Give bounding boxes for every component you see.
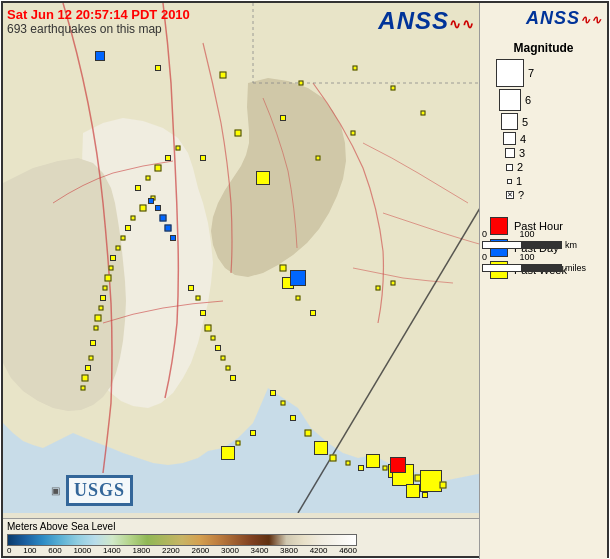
earthquake-marker bbox=[305, 430, 312, 437]
earthquake-marker bbox=[170, 235, 176, 241]
earthquake-marker bbox=[116, 246, 121, 251]
earthquake-marker bbox=[94, 326, 99, 331]
mag-3-row: 3 bbox=[496, 147, 525, 159]
earthquake-marker bbox=[165, 225, 172, 232]
legend-title: Magnitude bbox=[486, 41, 601, 55]
mag-4-label: 4 bbox=[520, 133, 526, 145]
mag-3-label: 3 bbox=[519, 147, 525, 159]
earthquake-layer bbox=[3, 3, 483, 513]
miles-bar-row: miles bbox=[482, 263, 593, 273]
earthquake-marker bbox=[160, 215, 167, 222]
earthquake-marker bbox=[99, 306, 104, 311]
earthquake-marker bbox=[376, 286, 381, 291]
earthquake-marker bbox=[109, 266, 114, 271]
earthquake-marker bbox=[270, 390, 276, 396]
mag-6-box bbox=[499, 89, 521, 111]
mag-3-box bbox=[505, 148, 515, 158]
earthquake-marker bbox=[392, 464, 414, 486]
earthquake-marker bbox=[226, 366, 231, 371]
elevation-bar: Meters Above Sea Level 01006001000140018… bbox=[3, 518, 483, 556]
mag-unknown-box: ✕ bbox=[506, 191, 514, 199]
map-svg bbox=[3, 3, 483, 513]
map-container: Sat Jun 12 20:57:14 PDT 2010 693 earthqu… bbox=[1, 1, 609, 558]
earthquake-marker bbox=[290, 270, 306, 286]
earthquake-marker bbox=[280, 115, 286, 121]
earthquake-marker bbox=[250, 430, 256, 436]
count-label: 693 earthquakes on this map bbox=[7, 22, 190, 36]
earthquake-marker bbox=[89, 356, 94, 361]
earthquake-marker bbox=[110, 255, 116, 261]
earthquake-marker bbox=[131, 216, 136, 221]
earthquake-marker bbox=[406, 484, 420, 498]
km-zero: 0 100 bbox=[482, 229, 593, 239]
earthquake-marker bbox=[299, 81, 304, 86]
earthquake-marker bbox=[205, 325, 212, 332]
earthquake-marker bbox=[105, 275, 112, 282]
earthquake-marker bbox=[155, 205, 161, 211]
earthquake-marker bbox=[100, 295, 106, 301]
earthquake-marker bbox=[90, 340, 96, 346]
earthquake-marker bbox=[85, 365, 91, 371]
mag-6-row: 6 bbox=[496, 89, 531, 111]
earthquake-marker bbox=[135, 185, 141, 191]
header: Sat Jun 12 20:57:14 PDT 2010 693 earthqu… bbox=[7, 7, 190, 36]
earthquake-marker bbox=[221, 356, 226, 361]
miles-unit: miles bbox=[565, 263, 586, 273]
svg-marker-1 bbox=[3, 3, 483, 481]
svg-line-5 bbox=[298, 203, 483, 513]
earthquake-marker bbox=[151, 196, 156, 201]
earthquake-marker bbox=[188, 285, 194, 291]
earthquake-marker bbox=[282, 277, 294, 289]
mag-5-label: 5 bbox=[522, 116, 528, 128]
earthquake-marker bbox=[316, 156, 321, 161]
earthquake-marker bbox=[290, 415, 296, 421]
mag-1-label: 1 bbox=[516, 175, 522, 187]
earthquake-marker bbox=[103, 286, 108, 291]
earthquake-marker bbox=[310, 310, 316, 316]
mag-7-label: 7 bbox=[528, 67, 534, 79]
km-bar-row: km bbox=[482, 240, 593, 250]
km-bar bbox=[482, 241, 562, 249]
mag-unknown-row: ✕ ? bbox=[496, 189, 524, 201]
mag-5-row: 5 bbox=[496, 113, 528, 130]
mag-7-box bbox=[496, 59, 524, 87]
mag-5-box bbox=[501, 113, 518, 130]
usgs-text: USGS bbox=[66, 475, 133, 506]
anss-legend-logo: ANSS∿∿ bbox=[526, 8, 602, 29]
earthquake-marker bbox=[330, 455, 337, 462]
earthquake-marker bbox=[95, 51, 105, 61]
earthquake-marker bbox=[235, 130, 242, 137]
legend-panel: ANSS∿∿ Magnitude 7 6 5 4 bbox=[479, 3, 607, 559]
magnitude-legend: 7 6 5 4 3 bbox=[496, 59, 601, 201]
earthquake-marker bbox=[296, 296, 301, 301]
earthquake-marker bbox=[440, 482, 447, 489]
earthquake-marker bbox=[125, 225, 131, 231]
earthquake-marker bbox=[388, 464, 402, 478]
km-unit: km bbox=[565, 240, 577, 250]
earthquake-marker bbox=[155, 165, 162, 172]
earthquake-marker bbox=[422, 492, 428, 498]
svg-marker-4 bbox=[211, 78, 346, 277]
earthquake-marker bbox=[220, 72, 227, 79]
datetime-label: Sat Jun 12 20:57:14 PDT 2010 bbox=[7, 7, 190, 22]
earthquake-marker bbox=[415, 475, 422, 482]
earthquake-marker bbox=[140, 205, 147, 212]
earthquake-marker bbox=[391, 281, 396, 286]
earthquake-marker bbox=[236, 441, 241, 446]
usgs-logo-area: ▣ USGS bbox=[51, 475, 133, 506]
earthquake-marker bbox=[351, 131, 356, 136]
svg-rect-0 bbox=[3, 3, 483, 513]
miles-zero: 0 100 bbox=[482, 252, 593, 262]
elevation-title: Meters Above Sea Level bbox=[7, 521, 479, 532]
earthquake-marker bbox=[230, 375, 236, 381]
earthquake-marker bbox=[391, 86, 396, 91]
earthquake-marker bbox=[358, 465, 364, 471]
earthquake-marker bbox=[390, 457, 406, 473]
earthquake-marker bbox=[176, 146, 181, 151]
mag-unknown-label: ? bbox=[518, 189, 524, 201]
mag-1-row: 1 bbox=[496, 175, 522, 187]
mag-4-box bbox=[503, 132, 516, 145]
mag-2-row: 2 bbox=[496, 161, 523, 173]
earthquake-marker bbox=[95, 315, 102, 322]
earthquake-marker bbox=[81, 386, 86, 391]
